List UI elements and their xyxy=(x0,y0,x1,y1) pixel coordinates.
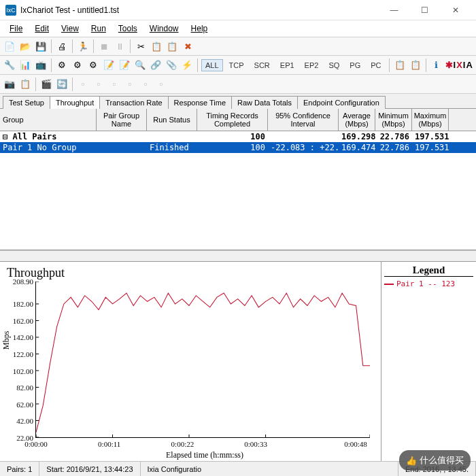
chart-svg xyxy=(36,282,370,437)
x-tick: 0:00:11 xyxy=(98,440,120,448)
maximize-button[interactable]: ☐ xyxy=(409,0,440,20)
y-tick: 142.00 xyxy=(9,333,33,341)
tool-icon[interactable]: 🎬 xyxy=(39,78,53,91)
menu-tools[interactable]: Tools xyxy=(113,22,143,35)
tool-icon[interactable]: 🔧 xyxy=(3,58,16,72)
cell: 169.298 xyxy=(339,132,375,141)
col-group[interactable]: Group xyxy=(0,109,97,131)
separator xyxy=(51,39,52,53)
tool-icon[interactable]: 📺 xyxy=(34,58,48,72)
legend-swatch xyxy=(384,284,394,285)
table-row[interactable]: ⊟ All Pairs100169.29822.786197.531 xyxy=(0,131,476,142)
menu-help[interactable]: Help xyxy=(186,22,214,35)
menubar: File Edit View Run Tools Window Help xyxy=(0,20,476,37)
tool-icon[interactable]: 📋 xyxy=(409,58,422,72)
tab-test-setup[interactable]: Test Setup xyxy=(3,96,50,109)
horizontal-scrollbar[interactable] xyxy=(0,250,476,261)
filter-pc[interactable]: PC xyxy=(367,59,385,71)
tool-icon[interactable]: 🔍 xyxy=(133,58,147,72)
minimize-button[interactable]: — xyxy=(379,0,409,20)
tool-icon[interactable]: 🔄 xyxy=(55,78,69,91)
y-tick: 122.00 xyxy=(9,350,33,358)
cell: 22.786 xyxy=(375,143,412,152)
tab-response-time[interactable]: Response Time xyxy=(168,96,231,109)
col-maximum[interactable]: Maximum (Mbps) xyxy=(412,109,449,131)
filter-scr[interactable]: SCR xyxy=(250,59,274,71)
plot-area[interactable]: 22.0042.0062.0082.00102.00122.00142.0016… xyxy=(35,282,370,438)
cut-icon[interactable]: ✂ xyxy=(134,39,148,53)
tool-icon[interactable]: ▫ xyxy=(76,78,90,91)
col-pair-group[interactable]: Pair Group Name xyxy=(97,109,147,131)
x-tick: 0:00:00 xyxy=(24,440,48,448)
delete-icon[interactable]: ✖ xyxy=(181,39,194,53)
stop-icon[interactable]: ⏹ xyxy=(97,39,111,53)
status-start: Start: 2016/9/21, 13:44:23 xyxy=(39,462,140,476)
cell: 169.474 xyxy=(339,143,375,152)
menu-run[interactable]: Run xyxy=(86,22,112,35)
table-row[interactable]: Pair 1 No GroupFinished100-22.083 : +22.… xyxy=(0,142,476,153)
tab-endpoint-config[interactable]: Endpoint Configuration xyxy=(297,96,386,109)
print-icon[interactable]: 🖨 xyxy=(55,39,69,53)
save-icon[interactable]: 💾 xyxy=(34,39,48,53)
menu-file[interactable]: File xyxy=(4,22,28,35)
legend-item[interactable]: Pair 1 -- 123 xyxy=(384,279,473,288)
menu-window[interactable]: Window xyxy=(144,22,184,35)
grid-header: Group Pair Group Name Run Status Timing … xyxy=(0,109,476,131)
tool-icon[interactable]: ⚡ xyxy=(180,58,194,72)
filter-tcp[interactable]: TCP xyxy=(225,59,248,71)
paste-icon[interactable]: 📋 xyxy=(165,39,179,53)
x-tick: 0:00:48 xyxy=(344,440,367,448)
legend-panel: Legend Pair 1 -- 123 xyxy=(381,262,476,464)
tool-icon[interactable]: 📋 xyxy=(18,78,32,91)
tool-icon[interactable]: ▫ xyxy=(107,78,121,91)
tool-icon[interactable]: ▫ xyxy=(139,78,152,91)
ixia-logo: ✱IXIA xyxy=(445,60,473,70)
chart-title: Throughput xyxy=(7,266,374,280)
filter-pg[interactable]: PG xyxy=(345,59,364,71)
y-tick: 102.00 xyxy=(9,367,33,375)
tool-icon[interactable]: 📝 xyxy=(102,58,116,72)
app-icon: IxC xyxy=(5,5,16,16)
copy-icon[interactable]: 📋 xyxy=(150,39,163,53)
col-timing-records[interactable]: Timing Records Completed xyxy=(197,109,268,131)
col-minimum[interactable]: Minimum (Mbps) xyxy=(375,109,412,131)
tool-icon[interactable]: ⚙ xyxy=(71,58,84,72)
filter-ep1[interactable]: EP1 xyxy=(276,59,299,71)
tool-icon[interactable]: 📷 xyxy=(3,78,16,91)
menu-view[interactable]: View xyxy=(56,22,84,35)
new-icon[interactable]: 📄 xyxy=(3,39,16,53)
menu-edit[interactable]: Edit xyxy=(29,22,54,35)
col-average[interactable]: Average (Mbps) xyxy=(339,109,375,131)
y-tick: 162.00 xyxy=(9,317,33,325)
pause-icon[interactable]: ⏸ xyxy=(113,39,126,53)
col-run-status[interactable]: Run Status xyxy=(147,109,197,131)
open-icon[interactable]: 📂 xyxy=(18,39,32,53)
tool-icon[interactable]: ▫ xyxy=(92,78,105,91)
cell: 22.786 xyxy=(375,132,412,141)
tab-throughput[interactable]: Throughput xyxy=(50,96,99,109)
cell: 100 xyxy=(197,143,268,152)
separator xyxy=(389,58,390,72)
run-icon[interactable]: 🏃 xyxy=(76,39,90,53)
filter-sq[interactable]: SQ xyxy=(324,59,343,71)
y-tick: 82.00 xyxy=(9,384,33,392)
tool-icon[interactable]: 📊 xyxy=(18,58,32,72)
filter-ep2[interactable]: EP2 xyxy=(301,59,323,71)
separator xyxy=(72,78,73,91)
tool-icon[interactable]: 🔗 xyxy=(149,58,163,72)
info-icon[interactable]: ℹ xyxy=(430,58,443,72)
grid-body[interactable]: ⊟ All Pairs100169.29822.786197.531 Pair … xyxy=(0,131,476,250)
close-button[interactable]: ✕ xyxy=(440,0,471,20)
tool-icon[interactable]: ⚙ xyxy=(55,58,69,72)
filter-all[interactable]: ALL xyxy=(201,59,223,71)
tool-icon[interactable]: ▫ xyxy=(123,78,137,91)
tool-icon[interactable]: ⚙ xyxy=(86,58,100,72)
tab-raw-data[interactable]: Raw Data Totals xyxy=(231,96,297,109)
tool-icon[interactable]: 📎 xyxy=(165,58,178,72)
col-confidence[interactable]: 95% Confidence Interval xyxy=(268,109,339,131)
separator xyxy=(35,78,36,91)
tab-transaction-rate[interactable]: Transaction Rate xyxy=(99,96,167,109)
tool-icon[interactable]: ▫ xyxy=(154,78,168,91)
tool-icon[interactable]: 📋 xyxy=(393,58,407,72)
tool-icon[interactable]: 📝 xyxy=(118,58,131,72)
